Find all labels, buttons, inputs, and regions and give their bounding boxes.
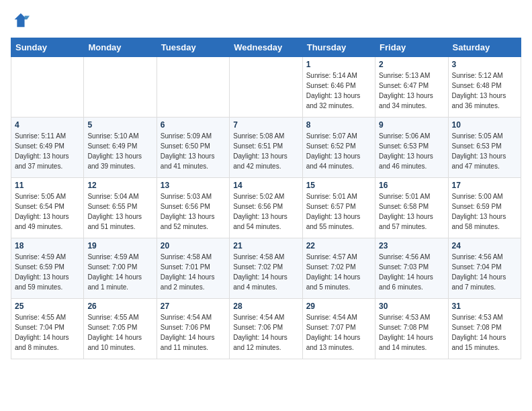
day-number: 4 [15, 120, 80, 130]
day-cell: 5Sunrise: 5:10 AM Sunset: 6:49 PM Daylig… [84, 118, 157, 178]
day-number: 25 [15, 302, 80, 311]
day-cell [230, 57, 302, 118]
day-detail: Sunrise: 5:00 AM Sunset: 6:59 PM Dayligh… [452, 191, 517, 232]
day-number: 5 [87, 120, 152, 130]
calendar-header-row: SundayMondayTuesdayWednesdayThursdayFrid… [11, 38, 521, 57]
calendar-table: SundayMondayTuesdayWednesdayThursdayFrid… [11, 38, 521, 359]
logo [11, 11, 32, 30]
week-row-2: 4Sunrise: 5:11 AM Sunset: 6:49 PM Daylig… [11, 118, 521, 178]
day-number: 14 [233, 181, 298, 190]
day-cell: 28Sunrise: 4:54 AM Sunset: 7:06 PM Dayli… [230, 299, 302, 359]
day-cell: 29Sunrise: 4:54 AM Sunset: 7:07 PM Dayli… [302, 299, 375, 359]
day-number: 17 [452, 181, 517, 190]
day-cell: 16Sunrise: 5:01 AM Sunset: 6:58 PM Dayli… [375, 178, 448, 238]
day-cell [11, 57, 84, 118]
day-number: 12 [87, 181, 152, 190]
header-thursday: Thursday [302, 38, 375, 57]
day-number: 1 [306, 60, 371, 69]
day-cell: 21Sunrise: 4:58 AM Sunset: 7:02 PM Dayli… [230, 238, 302, 299]
day-detail: Sunrise: 5:07 AM Sunset: 6:52 PM Dayligh… [306, 131, 371, 171]
svg-marker-0 [15, 13, 28, 28]
day-cell: 26Sunrise: 4:55 AM Sunset: 7:05 PM Dayli… [84, 299, 157, 359]
day-number: 16 [379, 181, 444, 190]
day-detail: Sunrise: 5:05 AM Sunset: 6:54 PM Dayligh… [15, 191, 80, 232]
day-cell: 12Sunrise: 5:04 AM Sunset: 6:55 PM Dayli… [84, 178, 157, 238]
day-number: 15 [306, 181, 371, 190]
day-number: 22 [306, 241, 371, 250]
day-cell: 13Sunrise: 5:03 AM Sunset: 6:56 PM Dayli… [157, 178, 229, 238]
day-cell: 15Sunrise: 5:01 AM Sunset: 6:57 PM Dayli… [302, 178, 375, 238]
day-detail: Sunrise: 4:56 AM Sunset: 7:03 PM Dayligh… [379, 252, 444, 292]
day-cell: 8Sunrise: 5:07 AM Sunset: 6:52 PM Daylig… [302, 118, 375, 178]
week-row-3: 11Sunrise: 5:05 AM Sunset: 6:54 PM Dayli… [11, 178, 521, 238]
day-cell: 19Sunrise: 4:59 AM Sunset: 7:00 PM Dayli… [84, 238, 157, 299]
day-detail: Sunrise: 5:01 AM Sunset: 6:58 PM Dayligh… [379, 191, 444, 232]
day-cell: 6Sunrise: 5:09 AM Sunset: 6:50 PM Daylig… [157, 118, 229, 178]
header-saturday: Saturday [448, 38, 521, 57]
day-number: 20 [161, 241, 226, 250]
day-cell: 14Sunrise: 5:02 AM Sunset: 6:56 PM Dayli… [230, 178, 302, 238]
day-cell: 22Sunrise: 4:57 AM Sunset: 7:02 PM Dayli… [302, 238, 375, 299]
day-detail: Sunrise: 5:11 AM Sunset: 6:49 PM Dayligh… [15, 131, 80, 171]
day-cell: 4Sunrise: 5:11 AM Sunset: 6:49 PM Daylig… [11, 118, 84, 178]
day-number: 18 [15, 241, 80, 250]
day-detail: Sunrise: 4:53 AM Sunset: 7:08 PM Dayligh… [452, 312, 517, 353]
day-detail: Sunrise: 4:59 AM Sunset: 6:59 PM Dayligh… [15, 252, 80, 292]
day-number: 13 [161, 181, 226, 190]
day-number: 8 [306, 120, 371, 130]
logo-icon [11, 11, 30, 30]
day-detail: Sunrise: 4:56 AM Sunset: 7:04 PM Dayligh… [452, 252, 517, 292]
day-detail: Sunrise: 5:09 AM Sunset: 6:50 PM Dayligh… [161, 131, 226, 171]
day-number: 10 [452, 120, 517, 130]
day-number: 28 [233, 302, 298, 311]
day-detail: Sunrise: 4:58 AM Sunset: 7:02 PM Dayligh… [233, 252, 298, 292]
day-number: 3 [452, 60, 517, 69]
day-cell [84, 57, 157, 118]
header-sunday: Sunday [11, 38, 84, 57]
day-cell: 30Sunrise: 4:53 AM Sunset: 7:08 PM Dayli… [375, 299, 448, 359]
day-number: 27 [161, 302, 226, 311]
day-cell: 18Sunrise: 4:59 AM Sunset: 6:59 PM Dayli… [11, 238, 84, 299]
day-detail: Sunrise: 5:13 AM Sunset: 6:47 PM Dayligh… [379, 71, 444, 111]
day-detail: Sunrise: 5:08 AM Sunset: 6:51 PM Dayligh… [233, 131, 298, 171]
day-cell: 7Sunrise: 5:08 AM Sunset: 6:51 PM Daylig… [230, 118, 302, 178]
day-number: 29 [306, 302, 371, 311]
day-detail: Sunrise: 4:54 AM Sunset: 7:07 PM Dayligh… [306, 312, 371, 353]
day-number: 26 [87, 302, 152, 311]
day-cell: 23Sunrise: 4:56 AM Sunset: 7:03 PM Dayli… [375, 238, 448, 299]
day-detail: Sunrise: 5:04 AM Sunset: 6:55 PM Dayligh… [87, 191, 152, 232]
day-detail: Sunrise: 4:58 AM Sunset: 7:01 PM Dayligh… [161, 252, 226, 292]
day-detail: Sunrise: 5:05 AM Sunset: 6:53 PM Dayligh… [452, 131, 517, 171]
svg-marker-1 [25, 15, 30, 19]
day-number: 31 [452, 302, 517, 311]
day-number: 21 [233, 241, 298, 250]
day-detail: Sunrise: 4:57 AM Sunset: 7:02 PM Dayligh… [306, 252, 371, 292]
day-number: 7 [233, 120, 298, 130]
day-cell: 11Sunrise: 5:05 AM Sunset: 6:54 PM Dayli… [11, 178, 84, 238]
day-cell: 2Sunrise: 5:13 AM Sunset: 6:47 PM Daylig… [375, 57, 448, 118]
day-number: 30 [379, 302, 444, 311]
day-detail: Sunrise: 4:55 AM Sunset: 7:05 PM Dayligh… [87, 312, 152, 353]
day-number: 9 [379, 120, 444, 130]
day-detail: Sunrise: 4:54 AM Sunset: 7:06 PM Dayligh… [233, 312, 298, 353]
week-row-1: 1Sunrise: 5:14 AM Sunset: 6:46 PM Daylig… [11, 57, 521, 118]
day-cell: 27Sunrise: 4:54 AM Sunset: 7:06 PM Dayli… [157, 299, 229, 359]
day-detail: Sunrise: 4:59 AM Sunset: 7:00 PM Dayligh… [87, 252, 152, 292]
day-detail: Sunrise: 4:53 AM Sunset: 7:08 PM Dayligh… [379, 312, 444, 353]
day-number: 11 [15, 181, 80, 190]
header-tuesday: Tuesday [157, 38, 229, 57]
day-detail: Sunrise: 4:54 AM Sunset: 7:06 PM Dayligh… [161, 312, 226, 353]
day-cell: 17Sunrise: 5:00 AM Sunset: 6:59 PM Dayli… [448, 178, 521, 238]
week-row-4: 18Sunrise: 4:59 AM Sunset: 6:59 PM Dayli… [11, 238, 521, 299]
day-cell: 31Sunrise: 4:53 AM Sunset: 7:08 PM Dayli… [448, 299, 521, 359]
day-number: 6 [161, 120, 226, 130]
day-cell: 25Sunrise: 4:55 AM Sunset: 7:04 PM Dayli… [11, 299, 84, 359]
week-row-5: 25Sunrise: 4:55 AM Sunset: 7:04 PM Dayli… [11, 299, 521, 359]
day-detail: Sunrise: 5:06 AM Sunset: 6:53 PM Dayligh… [379, 131, 444, 171]
day-cell: 10Sunrise: 5:05 AM Sunset: 6:53 PM Dayli… [448, 118, 521, 178]
day-cell: 24Sunrise: 4:56 AM Sunset: 7:04 PM Dayli… [448, 238, 521, 299]
day-number: 19 [87, 241, 152, 250]
day-cell: 1Sunrise: 5:14 AM Sunset: 6:46 PM Daylig… [302, 57, 375, 118]
day-number: 2 [379, 60, 444, 69]
day-cell [157, 57, 229, 118]
